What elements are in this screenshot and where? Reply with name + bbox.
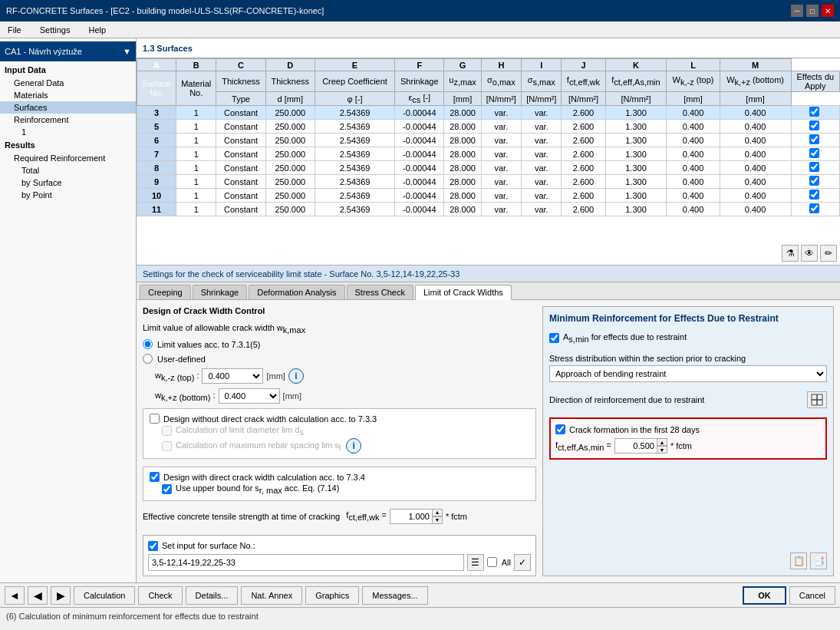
table-cell: 0.400: [667, 175, 720, 189]
table-scroll[interactable]: A B C D E F G H I J K L M: [137, 58, 840, 242]
menu-settings[interactable]: Settings: [35, 24, 75, 36]
table-row[interactable]: 101Constant250.0002.54369-0.0004428.000v…: [137, 189, 840, 203]
table-row[interactable]: 81Constant250.0002.54369-0.0004428.000va…: [137, 161, 840, 175]
fct-as-up-btn[interactable]: ▲: [657, 438, 667, 446]
nav-prev-btn[interactable]: ◀: [28, 586, 48, 605]
cb-upper-bound[interactable]: [162, 484, 172, 494]
sidebar-item-required-reinf[interactable]: Required Reinforcement: [0, 152, 136, 164]
right-btn-2[interactable]: 📑: [810, 552, 827, 569]
table-row[interactable]: 61Constant250.0002.54369-0.0004428.000va…: [137, 134, 840, 147]
info-btn-top[interactable]: i: [288, 368, 304, 384]
edit-btn[interactable]: ✏: [820, 245, 837, 262]
fct-up-btn[interactable]: ▲: [432, 509, 443, 516]
table-area: A B C D E F G H I J K L M: [137, 58, 840, 266]
menu-file[interactable]: File: [3, 24, 26, 36]
tab-deformation[interactable]: Deformation Analysis: [249, 285, 344, 299]
cb-direct[interactable]: [150, 472, 160, 482]
confirm-btn[interactable]: ✓: [514, 554, 531, 571]
sidebar-item-by-point[interactable]: by Point: [0, 189, 136, 201]
table-apply-cell[interactable]: [791, 120, 839, 134]
direction-btn[interactable]: [807, 391, 827, 408]
info-btn-rebar[interactable]: i: [346, 438, 361, 454]
fct-as-down-btn[interactable]: ▼: [657, 446, 667, 454]
cb-all[interactable]: [487, 557, 497, 567]
tabs-bar: Creeping Shrinkage Deformation Analysis …: [137, 282, 840, 300]
all-checkbox-group: All: [487, 557, 511, 567]
table-row[interactable]: 91Constant250.0002.54369-0.0004428.000va…: [137, 175, 840, 189]
menu-help[interactable]: Help: [84, 24, 110, 36]
table-row[interactable]: 71Constant250.0002.54369-0.0004428.000va…: [137, 147, 840, 161]
messages-btn[interactable]: Messages...: [362, 586, 427, 605]
close-button[interactable]: ✕: [822, 5, 834, 17]
apply-checkbox[interactable]: [809, 107, 819, 117]
nat-annex-btn[interactable]: Nat. Annex: [241, 586, 302, 605]
cb-crack-formation[interactable]: [555, 424, 565, 434]
calculation-btn[interactable]: Calculation: [74, 586, 135, 605]
table-row[interactable]: 31Constant250.0002.54369-0.0004428.000va…: [137, 106, 840, 120]
table-apply-cell[interactable]: [791, 134, 839, 147]
table-apply-cell[interactable]: [791, 161, 839, 175]
sidebar-item-reinforcement[interactable]: Reinforcement: [0, 114, 136, 126]
apply-checkbox[interactable]: [809, 162, 819, 172]
sidebar-item-by-surface[interactable]: by Surface: [0, 176, 136, 189]
apply-checkbox[interactable]: [809, 134, 819, 144]
table-cell: var.: [522, 175, 562, 189]
wk-top-select[interactable]: 0.400: [202, 368, 263, 384]
right-btn-row: 📋 📑: [549, 552, 827, 569]
check-btn[interactable]: Check: [138, 586, 182, 605]
table-apply-cell[interactable]: [791, 175, 839, 189]
filter-btn[interactable]: ⚗: [782, 245, 799, 262]
cancel-btn[interactable]: Cancel: [789, 586, 835, 605]
table-apply-cell[interactable]: [791, 147, 839, 161]
nav-next-btn[interactable]: ▶: [51, 586, 71, 605]
minimize-button[interactable]: ─: [791, 5, 803, 17]
surface-browse-btn[interactable]: ☰: [467, 554, 484, 571]
th-wk-bot-mm: [mm]: [720, 92, 791, 106]
ok-btn[interactable]: OK: [743, 586, 786, 605]
wk-bot-select[interactable]: 0.400: [219, 388, 280, 404]
apply-checkbox[interactable]: [809, 176, 819, 186]
apply-checkbox[interactable]: [809, 203, 819, 213]
surface-number-input[interactable]: [148, 554, 464, 571]
fct-value-input[interactable]: [390, 509, 432, 524]
sidebar-item-general-data[interactable]: General Data: [0, 77, 136, 89]
table-row[interactable]: 51Constant250.0002.54369-0.0004428.000va…: [137, 120, 840, 134]
maximize-button[interactable]: □: [806, 5, 819, 17]
sidebar-item-total[interactable]: Total: [0, 164, 136, 176]
apply-checkbox[interactable]: [809, 190, 819, 200]
tab-stress[interactable]: Stress Check: [347, 285, 413, 299]
fct-as-input[interactable]: [614, 438, 657, 454]
nav-back-btn[interactable]: ◄: [5, 586, 25, 605]
apply-checkbox[interactable]: [809, 148, 819, 158]
table-apply-cell[interactable]: [791, 189, 839, 203]
surfaces-table: A B C D E F G H I J K L M: [137, 58, 840, 216]
tab-creeping[interactable]: Creeping: [140, 285, 191, 299]
window-controls[interactable]: ─ □ ✕: [791, 5, 834, 17]
table-row[interactable]: 111Constant250.0002.54369-0.0004428.000v…: [137, 203, 840, 216]
table-cell: 2.54369: [315, 106, 394, 120]
sidebar-item-materials[interactable]: Materials: [0, 89, 136, 101]
sidebar-dropdown[interactable]: CA1 - Návrh výztuže ▼: [0, 41, 136, 61]
th-uz: uz,max: [444, 71, 481, 92]
table-apply-cell[interactable]: [791, 106, 839, 120]
sidebar-item-reinf-1[interactable]: 1: [0, 126, 136, 138]
radio-user-defined[interactable]: [143, 354, 153, 364]
table-cell: 6: [137, 134, 176, 147]
cb1-sub2-row: Calculation of maximum rebar spacing lim…: [150, 437, 529, 454]
cb-no-direct[interactable]: [150, 414, 160, 424]
stress-dist-dropdown[interactable]: Approach of bending restraint: [549, 365, 827, 382]
cb-as-min[interactable]: [549, 333, 559, 343]
apply-checkbox[interactable]: [809, 120, 819, 130]
graphics-btn[interactable]: Graphics: [305, 586, 359, 605]
view-btn[interactable]: 👁: [801, 245, 818, 262]
tab-crack-widths[interactable]: Limit of Crack Widths: [415, 285, 512, 300]
right-btn-1[interactable]: 📋: [790, 552, 807, 569]
details-btn[interactable]: Details...: [186, 586, 239, 605]
cb-set-input[interactable]: [148, 541, 158, 551]
col-c: C: [216, 59, 265, 71]
sidebar-item-surfaces[interactable]: Surfaces: [0, 101, 136, 114]
tab-shrinkage[interactable]: Shrinkage: [193, 285, 248, 299]
fct-down-btn[interactable]: ▼: [432, 516, 443, 524]
radio-limit-acc[interactable]: [143, 339, 153, 349]
table-apply-cell[interactable]: [791, 203, 839, 216]
